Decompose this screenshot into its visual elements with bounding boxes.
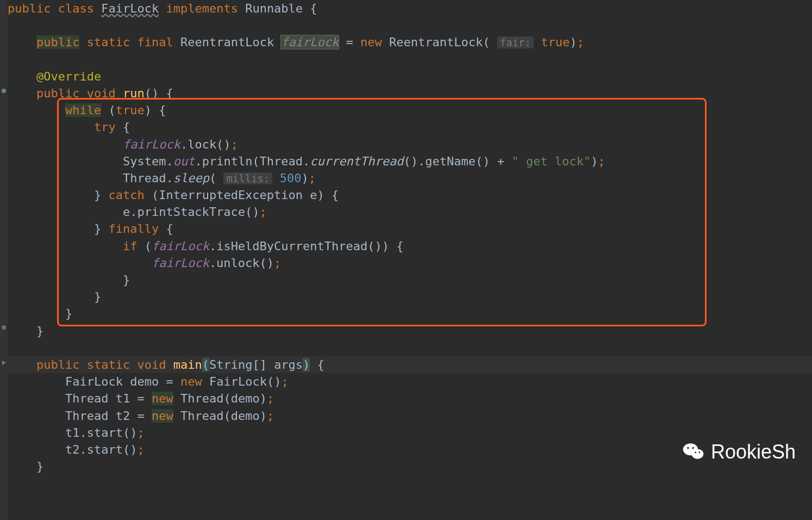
method-main: main bbox=[173, 358, 202, 372]
code-line[interactable]: System.out.println(Thread.currentThread(… bbox=[8, 153, 812, 170]
field-ref: fairLock bbox=[152, 239, 209, 253]
gutter-run-icon[interactable] bbox=[0, 359, 8, 367]
code-editor[interactable]: public class FairLock implements Runnabl… bbox=[0, 0, 812, 475]
keyword-while: while bbox=[65, 103, 101, 117]
svg-point-6 bbox=[692, 447, 694, 449]
field-ref: fairLock bbox=[123, 138, 180, 151]
number-literal: 500 bbox=[280, 171, 302, 185]
field-ref: fairLock bbox=[152, 256, 209, 270]
svg-marker-1 bbox=[2, 361, 6, 365]
svg-point-0 bbox=[2, 89, 6, 93]
string-literal: " get lock" bbox=[511, 154, 591, 168]
parameter-hint: fair: bbox=[497, 36, 534, 48]
svg-point-8 bbox=[698, 452, 700, 454]
keyword-public: public bbox=[36, 358, 79, 372]
code-line[interactable]: Thread.sleep( millis: 500); bbox=[8, 170, 812, 187]
code-line[interactable]: fairLock.unlock(); bbox=[8, 255, 812, 271]
static-method: currentThread bbox=[310, 154, 403, 168]
code-line[interactable]: } catch (InterruptedException e) { bbox=[8, 187, 812, 203]
code-line[interactable]: Thread t1 = new Thread(demo); bbox=[8, 390, 812, 407]
keyword-new: new bbox=[152, 392, 173, 405]
code-line[interactable]: public static void main(String[] args) { bbox=[8, 356, 812, 373]
code-line[interactable]: } finally { bbox=[8, 220, 812, 237]
code-line[interactable]: } bbox=[8, 288, 812, 305]
code-line[interactable]: if (fairLock.isHeldByCurrentThread()) { bbox=[8, 238, 812, 255]
keyword-void: void bbox=[87, 86, 116, 100]
code-line[interactable]: e.printStackTrace(); bbox=[8, 203, 812, 220]
code-line[interactable]: FairLock demo = new FairLock(); bbox=[8, 373, 812, 390]
watermark-text: RookieSh bbox=[711, 438, 796, 466]
method-call: lock() bbox=[188, 138, 230, 151]
gutter-override-icon[interactable] bbox=[0, 87, 8, 95]
operator: = bbox=[346, 35, 353, 49]
keyword-final: final bbox=[137, 35, 173, 49]
method-call: e.printStackTrace() bbox=[123, 205, 260, 219]
code-line[interactable]: public static final ReentrantLock fairLo… bbox=[8, 34, 812, 51]
code-line[interactable]: while (true) { bbox=[8, 102, 812, 119]
keyword-class: class bbox=[58, 2, 94, 15]
svg-point-7 bbox=[695, 452, 696, 454]
code-line[interactable]: } bbox=[8, 305, 812, 322]
code-line[interactable]: public class FairLock implements Runnabl… bbox=[8, 0, 812, 17]
svg-point-4 bbox=[691, 449, 703, 459]
gutter-implements-icon[interactable] bbox=[0, 324, 8, 331]
editor-gutter bbox=[0, 0, 8, 520]
keyword-finally: finally bbox=[108, 222, 159, 236]
keyword-void: void bbox=[137, 358, 166, 372]
watermark: RookieSh bbox=[682, 438, 796, 466]
method-call: t2.start() bbox=[65, 443, 137, 456]
keyword-static: static bbox=[87, 358, 130, 372]
parameter-hint: millis: bbox=[223, 172, 272, 184]
blank-line[interactable] bbox=[8, 339, 812, 356]
class-name: FairLock bbox=[101, 2, 159, 15]
annotation: @Override bbox=[36, 70, 101, 83]
code-line[interactable]: public void run() { bbox=[8, 85, 812, 102]
blank-line[interactable] bbox=[8, 17, 812, 34]
keyword-public: public bbox=[36, 35, 79, 49]
interface-name: Runnable bbox=[245, 2, 303, 15]
keyword-true: true bbox=[541, 35, 570, 49]
static-method: sleep bbox=[173, 171, 209, 185]
method-name: run bbox=[123, 86, 145, 100]
blank-line[interactable] bbox=[8, 51, 812, 68]
keyword-try: try bbox=[94, 120, 116, 134]
keyword-implements: implements bbox=[166, 2, 238, 15]
code-line[interactable]: try { bbox=[8, 119, 812, 135]
keyword-new: new bbox=[152, 409, 173, 423]
keyword-public: public bbox=[8, 2, 51, 15]
type-name: ReentrantLock bbox=[180, 35, 274, 49]
keyword-catch: catch bbox=[108, 188, 144, 202]
keyword-true: true bbox=[116, 103, 145, 117]
method-call: t1.start() bbox=[65, 426, 137, 439]
code-line[interactable]: } bbox=[8, 323, 812, 339]
field-name: fairLock bbox=[281, 35, 339, 49]
code-line[interactable]: fairLock.lock(); bbox=[8, 136, 812, 153]
code-line[interactable]: Thread t2 = new Thread(demo); bbox=[8, 407, 812, 424]
keyword-new: new bbox=[360, 35, 382, 49]
brace: { bbox=[310, 2, 317, 15]
svg-point-5 bbox=[687, 447, 689, 449]
code-line[interactable]: @Override bbox=[8, 68, 812, 85]
keyword-static: static bbox=[87, 35, 130, 49]
constructor: ReentrantLock bbox=[389, 35, 483, 49]
keyword-public: public bbox=[36, 86, 79, 100]
code-line[interactable]: } bbox=[8, 271, 812, 288]
keyword-new: new bbox=[180, 375, 202, 388]
field-out: out bbox=[173, 154, 195, 168]
keyword-if: if bbox=[123, 239, 138, 253]
wechat-icon bbox=[682, 439, 705, 463]
svg-point-2 bbox=[2, 325, 6, 330]
